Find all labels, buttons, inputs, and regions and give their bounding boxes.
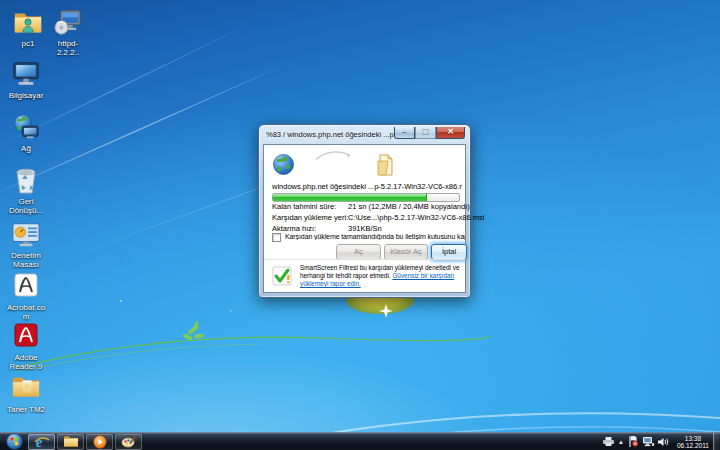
taskbar-internet-explorer-button[interactable]: e	[28, 434, 55, 450]
network-globe-icon	[5, 113, 47, 143]
shared-folder-icon	[7, 8, 49, 38]
control-panel-icon	[5, 220, 47, 250]
download-progress-bar	[272, 193, 460, 202]
system-tray: ▲	[601, 433, 720, 450]
detail-value: 21 sn (12,2MB / 20,4MB kopyalandı)	[348, 202, 470, 211]
download-file-label: windows.php.net öğesindeki ...p-5.2.17-W…	[272, 182, 462, 191]
desktop-icon-label: Geri Dönüşü...	[5, 197, 47, 215]
desktop-icon-adobe-reader[interactable]: Adobe Reader 9	[5, 322, 47, 371]
desktop-icon-label: httpd-2.2.2..	[47, 39, 89, 57]
sparkle-cursor	[378, 303, 394, 323]
desktop-icon-label: Adobe Reader 9	[5, 353, 47, 371]
smartscreen-text: SmartScreen Filtresi bu karşıdan yükleme…	[300, 264, 462, 288]
detail-label: Aktarma hızı:	[272, 224, 348, 233]
smartscreen-check-icon	[272, 266, 292, 290]
printer-tray-icon[interactable]	[603, 437, 614, 446]
network-tray-icon[interactable]	[642, 437, 654, 447]
recycle-bin-icon	[5, 166, 47, 196]
wallpaper-sparkle-dot	[230, 310, 232, 312]
svg-text:e: e	[36, 435, 42, 450]
desktop-icon-bilgisayar[interactable]: Bilgisayar	[5, 60, 47, 100]
internet-globe-icon	[272, 153, 295, 180]
detail-row-time: Kalan tahmini süre:21 sn (12,2MB / 20,4M…	[272, 202, 464, 211]
desktop: pc1 httpd-2.2.2..	[0, 0, 720, 450]
clock-date: 06.12.2011	[677, 442, 709, 449]
caption-buttons: – ▢ ✕	[394, 127, 465, 139]
desktop-icon-taner-folder[interactable]: Taner TM2	[5, 374, 47, 414]
desktop-icon-label: Ağ	[5, 144, 47, 153]
dialog-body: windows.php.net öğesindeki ...p-5.2.17-W…	[263, 144, 466, 293]
detail-row-location: Karşıdan yükleme yeri:C:\Use...\php-5.2.…	[272, 213, 464, 222]
taskbar-media-player-button[interactable]	[86, 434, 113, 450]
detail-value: C:\Use...\php-5.2.17-Win32-VC6-x86.msi	[348, 213, 484, 222]
close-button[interactable]: ✕	[436, 127, 465, 139]
detail-label: Kalan tahmini süre:	[272, 202, 348, 211]
start-button[interactable]	[1, 433, 27, 450]
minimize-button[interactable]: –	[394, 127, 415, 139]
cancel-button[interactable]: İptal	[431, 244, 467, 260]
volume-speaker-icon[interactable]	[658, 437, 670, 447]
desktop-icon-label: Bilgisayar	[5, 91, 47, 100]
wallpaper-sparkle-dot	[95, 345, 97, 347]
detail-row-rate: Aktarma hızı:391KB/Sn	[272, 224, 464, 233]
checkbox-label: Karşıdan yükleme tamamlandığında bu ilet…	[285, 233, 465, 240]
open-button[interactable]: Aç	[336, 244, 381, 260]
acrobat-icon	[5, 272, 47, 302]
computer-icon	[5, 60, 47, 90]
wallpaper-sparkle-dot	[120, 300, 122, 302]
taskbar: e	[0, 432, 720, 450]
show-desktop-button[interactable]	[713, 433, 720, 450]
detail-label: Karşıdan yükleme yeri:	[272, 213, 348, 222]
destination-folder-icon	[376, 153, 396, 181]
dialog-title: %83 / windows.php.net öğesindeki ...p-5.…	[266, 128, 414, 141]
folder-icon	[5, 374, 47, 404]
show-hidden-icons-chevron[interactable]: ▲	[618, 439, 624, 445]
desktop-icon-pc1[interactable]: pc1	[7, 8, 49, 48]
transfer-arrow-icon	[314, 147, 354, 165]
taskbar-clock[interactable]: 13:38 06.12.2011	[677, 435, 709, 449]
installer-icon	[47, 8, 89, 38]
desktop-icon-denetim-masasi[interactable]: Denetim Masası	[5, 220, 47, 269]
maximize-button: ▢	[415, 127, 436, 139]
detail-value: 391KB/Sn	[348, 224, 382, 233]
close-when-done-checkbox[interactable]	[272, 233, 281, 242]
desktop-icon-label: Acrobat.com	[5, 303, 47, 321]
desktop-icon-label: Taner TM2	[5, 405, 47, 414]
desktop-icon-ag[interactable]: Ağ	[5, 113, 47, 153]
desktop-icon-recycle-bin[interactable]: Geri Dönüşü...	[5, 166, 47, 215]
adobe-reader-icon	[5, 322, 47, 352]
desktop-icon-label: pc1	[7, 39, 49, 48]
download-progress-fill	[273, 194, 427, 201]
taskbar-explorer-button[interactable]	[57, 434, 84, 450]
desktop-icon-label: Denetim Masası	[5, 251, 47, 269]
desktop-icon-httpd-installer[interactable]: httpd-2.2.2..	[47, 8, 89, 57]
download-progress-dialog: %83 / windows.php.net öğesindeki ...p-5.…	[258, 124, 471, 298]
action-center-flag-icon[interactable]	[628, 436, 638, 447]
smartscreen-footer: SmartScreen Filtresi bu karşıdan yükleme…	[264, 259, 465, 292]
open-folder-button[interactable]: Klasör Aç	[384, 244, 428, 260]
clock-time: 13:38	[677, 435, 709, 442]
desktop-icon-acrobat-com[interactable]: Acrobat.com	[5, 272, 47, 321]
taskbar-paint-button[interactable]	[115, 434, 142, 450]
